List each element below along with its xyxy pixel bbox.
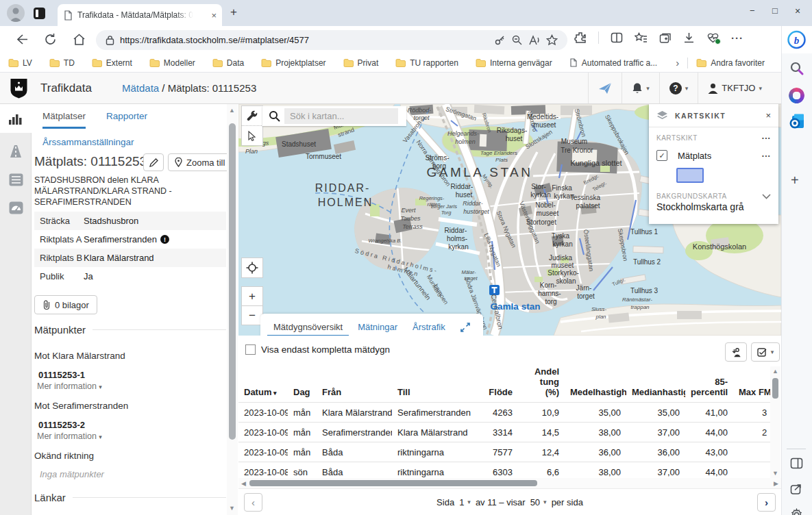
measure-point-id[interactable]: 01115253-2 <box>38 420 226 430</box>
scroll-down-icon[interactable]: ▼ <box>229 505 235 512</box>
column-header[interactable]: Flöde <box>476 366 518 403</box>
edit-button[interactable] <box>143 153 164 171</box>
favorites-icon[interactable] <box>635 32 648 44</box>
window-minimize-button[interactable]: − <box>750 5 755 16</box>
table-hscrollbar-thumb[interactable] <box>249 480 537 486</box>
workspaces-icon[interactable] <box>33 7 46 20</box>
scroll-up-icon[interactable]: ▲ <box>229 107 235 114</box>
sidebar-search-icon[interactable] <box>789 60 805 77</box>
page-size-select[interactable]: 50▾ <box>530 497 547 507</box>
column-header[interactable]: Från <box>317 366 392 403</box>
column-select-button[interactable]: ▾ <box>751 342 780 362</box>
page-select[interactable]: 1▾ <box>459 497 471 507</box>
profile-avatar[interactable] <box>7 4 25 22</box>
annual-summary-link[interactable]: Årssammanställningar <box>42 137 134 147</box>
window-maximize-button[interactable]: □ <box>772 5 778 16</box>
column-header[interactable]: Andel tung (%) <box>518 366 565 403</box>
tab-matplatser[interactable]: Mätplatser <box>42 111 86 129</box>
user-menu[interactable]: TKFTJO ▾ <box>698 73 772 103</box>
favorite-star-icon[interactable] <box>546 34 558 46</box>
window-close-button[interactable]: × <box>795 5 800 16</box>
table-vscrollbar-thumb[interactable] <box>772 378 778 399</box>
map-search-input[interactable]: Sök i kartan... <box>284 108 398 124</box>
scroll-up-icon[interactable]: ▲ <box>772 368 778 375</box>
measure-point-id[interactable]: 01115253-1 <box>38 370 226 380</box>
expand-table-icon[interactable] <box>454 317 476 337</box>
rail-item-speed[interactable] <box>0 193 32 222</box>
sidebar-add-icon[interactable]: + <box>791 173 799 188</box>
scroll-down-icon[interactable]: ▼ <box>772 470 778 477</box>
tab-arstrafik[interactable]: Årstrafik <box>406 316 452 337</box>
locate-button[interactable] <box>241 258 263 278</box>
extensions-icon[interactable] <box>574 32 587 44</box>
tab-rapporter[interactable]: Rapporter <box>106 111 147 129</box>
tab-matningar[interactable]: Mätningar <box>352 316 404 337</box>
split-screen-icon[interactable] <box>611 32 623 43</box>
browser-essentials-icon[interactable] <box>706 32 719 44</box>
table-row[interactable]: 2023-10-09månBådariktningarna757712,436,… <box>238 442 772 462</box>
tab-close-icon[interactable]: × <box>211 10 217 21</box>
more-information-link[interactable]: Mer information ▾ <box>37 431 226 441</box>
bookmark-item[interactable]: Projektplatser <box>261 58 325 68</box>
attachments-button[interactable]: 0 bilagor <box>34 295 97 314</box>
password-key-icon[interactable] <box>494 34 506 46</box>
scroll-right-icon[interactable]: ▶ <box>774 480 778 487</box>
refresh-icon[interactable] <box>44 33 57 46</box>
other-favorites-folder[interactable]: Andra favoriter <box>696 58 765 68</box>
column-header[interactable]: Datum ▾ <box>238 366 288 403</box>
table-row[interactable]: 2023-10-08sönBådariktningarna63036,638,0… <box>238 462 772 479</box>
bookmark-item[interactable]: Automated traffic a... <box>569 58 658 68</box>
bookmark-item[interactable]: Externt <box>92 58 132 68</box>
column-header[interactable]: 85-percentil <box>685 366 733 403</box>
new-tab-button[interactable]: + <box>230 5 237 19</box>
layer-menu-icon[interactable]: ••• <box>762 153 771 159</box>
column-header[interactable]: Till <box>392 366 476 403</box>
next-page-button[interactable]: › <box>757 493 776 512</box>
layers-close-icon[interactable]: × <box>765 110 771 121</box>
breadcrumb-link[interactable]: Mätdata <box>122 82 159 94</box>
zoom-in-button[interactable]: + <box>241 286 263 306</box>
bookmark-item[interactable]: Privat <box>343 58 379 68</box>
bookmark-item[interactable]: TU rapporten <box>395 58 458 68</box>
bookmark-item[interactable]: Interna genvägar <box>476 58 552 68</box>
sidebar-panel-icon[interactable] <box>790 457 803 469</box>
column-header[interactable]: Medianhastighe <box>626 366 685 403</box>
send-feedback-button[interactable] <box>588 73 622 103</box>
panel-scrollbar-thumb[interactable] <box>229 123 236 440</box>
sidebar-settings-gear-icon[interactable] <box>790 508 803 515</box>
background-section-row[interactable]: BAKGRUNDSKARTA <box>649 192 778 200</box>
open-external-icon[interactable] <box>790 483 802 495</box>
rail-item-lists[interactable] <box>0 165 32 194</box>
address-bar[interactable]: https://trafikdata.stockholm.se/#matplat… <box>96 30 567 50</box>
settings-more-icon[interactable]: ··· <box>731 32 743 44</box>
bookmark-item[interactable]: Modeller <box>149 58 195 68</box>
bookmark-item[interactable]: TD <box>49 58 75 68</box>
column-header[interactable]: Medelhastighet <box>565 366 626 403</box>
map-search[interactable]: Sök i kartan... <box>262 106 406 126</box>
home-icon[interactable] <box>73 33 86 46</box>
rail-item-matdata[interactable] <box>0 104 32 133</box>
microsoft365-icon[interactable] <box>789 88 804 103</box>
bookmark-item[interactable]: Data <box>212 58 244 68</box>
layer-checkbox[interactable]: ✓ <box>656 150 667 161</box>
url-text[interactable]: https://trafikdata.stockholm.se/#matplat… <box>120 35 489 45</box>
zoom-out-icon[interactable] <box>511 34 523 46</box>
collections-icon[interactable] <box>659 32 672 44</box>
table-row[interactable]: 2023-10-09månKlara MälarstrandSerafimers… <box>238 403 772 423</box>
prev-page-button[interactable]: ‹ <box>244 493 262 512</box>
column-header[interactable]: Max FM flö <box>733 366 772 403</box>
more-information-link[interactable]: Mer information ▾ <box>37 381 226 391</box>
rail-item-roads[interactable] <box>0 137 32 166</box>
table-row[interactable]: 2023-10-09månSerafimerstrandenKlara Mäla… <box>238 423 772 442</box>
app-title[interactable]: Trafikdata <box>40 81 92 95</box>
back-icon[interactable] <box>15 33 28 46</box>
map-select-button[interactable] <box>241 125 263 146</box>
scroll-left-icon[interactable]: ◀ <box>241 480 246 487</box>
complete-days-checkbox[interactable] <box>245 344 256 355</box>
bookmarks-overflow-icon[interactable]: › <box>676 57 679 68</box>
notifications-button[interactable]: ▾ <box>622 73 659 103</box>
map-tools-button[interactable] <box>241 105 263 126</box>
column-header[interactable]: Dag <box>288 366 317 403</box>
zoom-to-button[interactable]: Zooma till <box>168 153 232 171</box>
tab-matdygnsoversikt[interactable]: Mätdygnsöversikt <box>267 316 349 337</box>
